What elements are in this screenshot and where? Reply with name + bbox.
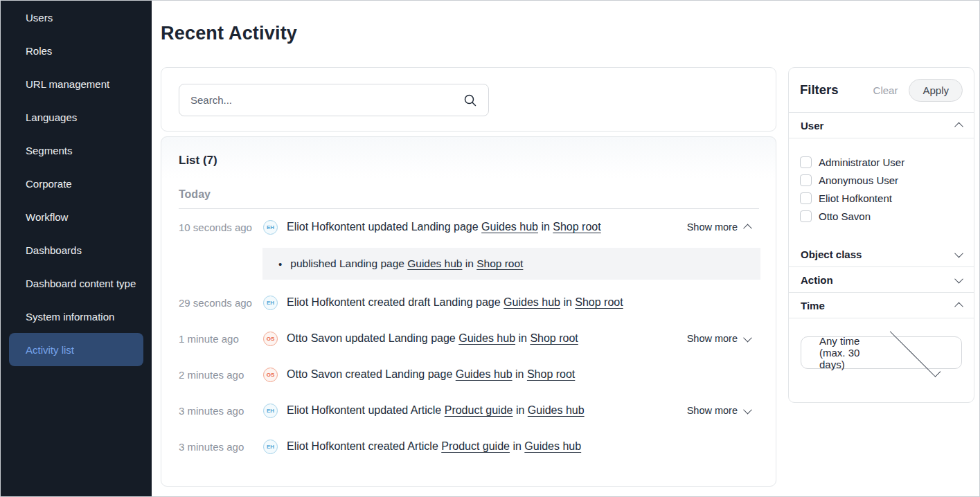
sidebar-item-workflow[interactable]: Workflow <box>9 200 143 233</box>
activity-link[interactable]: Shop root <box>553 221 600 233</box>
filter-section-user[interactable]: User <box>789 113 974 138</box>
clear-filters-button[interactable]: Clear <box>873 84 898 96</box>
filter-section-label: Time <box>801 300 956 311</box>
user-avatar: OS <box>263 368 278 382</box>
search-box[interactable] <box>179 84 489 116</box>
apply-filters-button[interactable]: Apply <box>909 79 963 102</box>
sidebar-item-roles[interactable]: Roles <box>9 34 143 67</box>
filter-checkbox-group: Administrator UserAnonymous UserEliot Ho… <box>789 138 974 242</box>
filter-section-time[interactable]: Time <box>789 293 974 318</box>
checkbox-label: Eliot Hofkontent <box>819 192 892 204</box>
activity-link[interactable]: Guides hub <box>481 221 538 233</box>
filter-option-otto-savon[interactable]: Otto Savon <box>800 207 963 225</box>
activity-description: Eliot Hofkontent updated Article Product… <box>287 404 585 417</box>
activity-text-segment: Eliot Hofkontent created Article <box>287 440 441 452</box>
chevron-up-icon <box>954 302 963 311</box>
activity-details-box: •published Landing page Guides hub in Sh… <box>262 248 760 280</box>
user-avatar: EH <box>263 296 278 310</box>
chevron-up-icon <box>743 224 752 233</box>
filter-sections: UserAdministrator UserAnonymous UserElio… <box>789 113 974 369</box>
bullet-icon: • <box>278 258 282 270</box>
filters-title: Filters <box>800 82 873 98</box>
chevron-down-icon <box>743 333 752 342</box>
activity-detail-line: •published Landing page Guides hub in Sh… <box>278 257 748 270</box>
show-more-button[interactable]: Show more <box>687 333 751 344</box>
activity-link[interactable]: Guides hub <box>524 440 581 452</box>
activity-text-segment: Eliot Hofkontent created draft Landing p… <box>287 296 504 308</box>
sidebar-item-dashboards[interactable]: Dashboards <box>9 233 143 266</box>
filter-option-administrator-user[interactable]: Administrator User <box>800 153 963 171</box>
filter-option-eliot-hofkontent[interactable]: Eliot Hofkontent <box>800 189 963 207</box>
sidebar-item-languages[interactable]: Languages <box>9 100 143 134</box>
filter-section-action[interactable]: Action <box>789 267 974 293</box>
sidebar-item-activity-list[interactable]: Activity list <box>9 333 143 366</box>
activity-link[interactable]: Guides hub <box>407 257 462 269</box>
show-more-label: Show more <box>687 222 738 233</box>
sidebar-item-dashboard-content-type[interactable]: Dashboard content type <box>9 266 143 300</box>
activity-rows: 10 seconds agoEHEliot Hofkontent updated… <box>179 209 759 464</box>
checkbox-label: Anonymous User <box>819 174 898 186</box>
chevron-down-icon <box>954 274 963 283</box>
activity-link[interactable]: Shop root <box>530 332 578 344</box>
sidebar-item-users[interactable]: Users <box>9 1 143 34</box>
user-avatar: EH <box>263 440 278 454</box>
checkbox-unchecked[interactable] <box>800 210 812 222</box>
filters-header: Filters Clear Apply <box>789 68 974 113</box>
activity-link[interactable]: Guides hub <box>456 368 513 380</box>
chevron-down-icon <box>890 326 941 377</box>
activity-text-segment: in <box>515 332 530 344</box>
activity-timestamp: 2 minutes ago <box>179 369 263 381</box>
sidebar-item-segments[interactable]: Segments <box>9 134 143 167</box>
activity-text-segment: in <box>513 404 527 416</box>
chevron-down-icon <box>954 248 963 257</box>
search-input[interactable] <box>190 94 463 106</box>
checkbox-unchecked[interactable] <box>800 156 812 168</box>
activity-text-segment: Eliot Hofkontent updated Article <box>287 404 445 416</box>
checkbox-unchecked[interactable] <box>800 174 812 186</box>
user-avatar: EH <box>263 404 278 418</box>
show-more-button[interactable]: Show more <box>687 405 751 416</box>
chevron-down-icon <box>743 405 752 414</box>
activity-row: 2 minutes agoOSOtto Savon created Landin… <box>179 356 759 392</box>
filter-section-label: Action <box>801 274 956 286</box>
activity-link[interactable]: Shop root <box>476 257 523 269</box>
user-avatar: EH <box>263 220 278 235</box>
show-more-label: Show more <box>687 405 738 416</box>
filter-option-anonymous-user[interactable]: Anonymous User <box>800 171 963 189</box>
sidebar-item-url-management[interactable]: URL management <box>9 67 143 100</box>
filter-section-label: Object class <box>801 248 956 260</box>
activity-timestamp: 29 seconds ago <box>179 297 263 309</box>
user-avatar: OS <box>263 332 278 346</box>
activity-link[interactable]: Shop root <box>527 368 575 380</box>
activity-link[interactable]: Guides hub <box>458 332 515 344</box>
time-range-dropdown[interactable]: Any time (max. 30 days) <box>801 336 962 369</box>
activity-link[interactable]: Shop root <box>575 296 623 308</box>
activity-description: Eliot Hofkontent updated Landing page Gu… <box>287 221 601 233</box>
sidebar-item-corporate[interactable]: Corporate <box>9 167 143 200</box>
activity-link[interactable]: Product guide <box>441 440 510 452</box>
sidebar-item-system-information[interactable]: System information <box>9 300 143 333</box>
activity-text-segment: in <box>513 368 527 380</box>
activity-description: Eliot Hofkontent created draft Landing p… <box>287 296 623 309</box>
filter-section-object-class[interactable]: Object class <box>789 242 974 267</box>
activity-timestamp: 3 minutes ago <box>179 405 263 417</box>
activity-description: Otto Savon created Landing page Guides h… <box>287 368 575 381</box>
filters-panel: Filters Clear Apply UserAdministrator Us… <box>788 67 974 403</box>
activity-link[interactable]: Guides hub <box>504 296 560 308</box>
activity-row: 1 minute agoOSOtto Savon updated Landing… <box>179 320 759 356</box>
chevron-up-icon <box>954 122 963 131</box>
checkbox-unchecked[interactable] <box>800 192 812 204</box>
show-more-button[interactable]: Show more <box>687 222 751 233</box>
activity-description: Eliot Hofkontent created Article Product… <box>287 440 581 453</box>
group-label-today: Today <box>179 188 759 201</box>
activity-link[interactable]: Product guide <box>445 404 513 416</box>
activity-timestamp: 3 minutes ago <box>179 441 263 453</box>
activity-text-segment: in <box>510 440 524 452</box>
filter-time-content: Any time (max. 30 days) <box>789 318 974 369</box>
activity-link[interactable]: Guides hub <box>528 404 585 416</box>
activity-row: 3 minutes agoEHEliot Hofkontent updated … <box>179 392 759 428</box>
search-icon[interactable] <box>463 93 477 107</box>
activity-text-segment: in <box>560 296 575 308</box>
show-more-label: Show more <box>687 333 738 344</box>
activity-text-segment: in <box>538 221 553 233</box>
